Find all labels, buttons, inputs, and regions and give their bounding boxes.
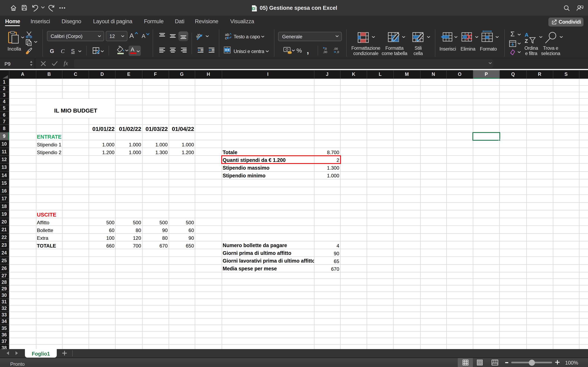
svg-text:c: c — [225, 36, 227, 40]
svg-text:,0: ,0 — [324, 47, 327, 50]
svg-text:Z: Z — [525, 38, 528, 44]
svg-text:,00: ,00 — [323, 50, 327, 54]
svg-text:X: X — [252, 7, 254, 10]
svg-text:A: A — [525, 32, 528, 38]
svg-text:,00: ,00 — [334, 47, 338, 50]
svg-text:,0: ,0 — [337, 50, 339, 54]
